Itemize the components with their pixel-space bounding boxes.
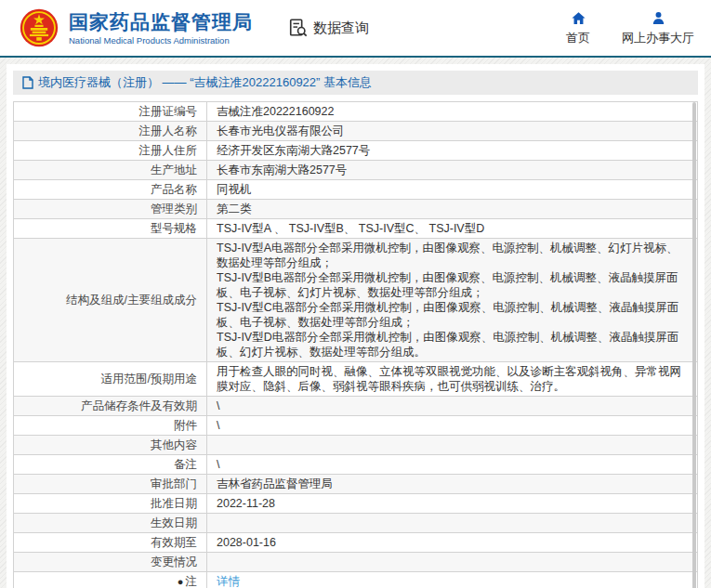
field-label: 型号规格 — [14, 219, 207, 239]
field-label: 批准日期 — [14, 494, 207, 514]
table-row: 生效日期 — [14, 514, 698, 533]
nav-home[interactable]: 首页 — [566, 10, 590, 46]
table-row: 备注\ — [14, 455, 698, 475]
table-row: 生产地址长春市东南湖大路2577号 — [14, 161, 698, 180]
table-row: 结构及组成/主要组成成分TSJ-IV型A电器部分全部采用微机控制，由图像观察、电… — [14, 239, 698, 362]
field-value: 用于检查人眼的同时视、融像、立体视等双眼视觉功能、以及诊断主客观斜视角、异常视网… — [207, 362, 698, 397]
field-value: 2028-01-16 — [207, 533, 698, 553]
field-label: 产品储存条件及有效期 — [14, 397, 207, 416]
field-label: 注册人名称 — [14, 122, 207, 141]
field-value: TSJ-IV型A 、 TSJ-IV型B、 TSJ-IV型C、 TSJ-IV型D — [207, 219, 698, 239]
table-row: 变更情况 — [14, 553, 698, 572]
field-value: 同视机 — [207, 180, 698, 200]
field-value: 2022-11-28 — [207, 494, 698, 514]
nav-online-hall[interactable]: 网上办事大厅 — [622, 10, 694, 46]
field-value: TSJ-IV型A电器部分全部采用微机控制，由图像观察、电源控制、机械调整、幻灯片… — [207, 239, 698, 362]
field-value: \ — [207, 397, 698, 416]
content-panel: 境内医疗器械（注册） —— “吉械注准20222160922” 基本信息 注册证… — [7, 64, 704, 588]
nav-online-hall-label: 网上办事大厅 — [622, 30, 694, 46]
brand-text: 国家药品监督管理局 National Medical Products Admi… — [69, 11, 253, 46]
table-row: 其他内容 — [14, 436, 698, 455]
table-row: 型号规格TSJ-IV型A 、 TSJ-IV型B、 TSJ-IV型C、 TSJ-I… — [14, 219, 698, 239]
breadcrumb-text: 境内医疗器械（注册） —— “吉械注准20222160922” 基本信息 — [38, 74, 372, 91]
person-icon — [651, 10, 666, 26]
table-row: 管理类别第二类 — [14, 200, 698, 219]
field-label: 其他内容 — [14, 436, 207, 455]
field-value — [207, 514, 698, 533]
field-label: 备注 — [14, 455, 207, 475]
home-icon — [571, 10, 586, 26]
field-value: 经济开发区东南湖大路2577号 — [207, 141, 698, 161]
document-search-icon — [288, 18, 309, 38]
field-label: 结构及组成/主要组成成分 — [14, 239, 207, 362]
field-value — [207, 436, 698, 455]
field-label: 注册人住所 — [14, 141, 207, 161]
note-bullet-icon: ● — [178, 576, 184, 587]
field-label: 审批部门 — [14, 475, 207, 494]
table-row: 产品名称同视机 — [14, 180, 698, 200]
field-value — [207, 553, 698, 572]
field-value: 详情 — [207, 572, 698, 588]
data-query-link[interactable]: 数据查询 — [288, 18, 369, 38]
table-wrap: 注册证编号吉械注准20222160922注册人名称长春市光电仪器有限公司注册人住… — [13, 101, 698, 588]
nav-home-label: 首页 — [566, 30, 590, 46]
field-label: 附件 — [14, 416, 207, 436]
agency-subtitle: National Medical Products Administration — [69, 35, 253, 46]
table-row: 批准日期2022-11-28 — [14, 494, 698, 514]
top-nav: 首页 网上办事大厅 — [566, 10, 694, 46]
registration-info-table: 注册证编号吉械注准20222160922注册人名称长春市光电仪器有限公司注册人住… — [13, 101, 698, 588]
field-value: 吉械注准20222160922 — [207, 102, 698, 122]
field-label: 生效日期 — [14, 514, 207, 533]
table-row: 有效期至2028-01-16 — [14, 533, 698, 553]
field-value: 第二类 — [207, 200, 698, 219]
table-row: 注册证编号吉械注准20222160922 — [14, 102, 698, 122]
table-row: 注册人住所经济开发区东南湖大路2577号 — [14, 141, 698, 161]
field-value: 吉林省药品监督管理局 — [207, 475, 698, 494]
agency-title: 国家药品监督管理局 — [69, 11, 253, 33]
breadcrumb: 境内医疗器械（注册） —— “吉械注准20222160922” 基本信息 — [13, 71, 698, 95]
field-label: 生产地址 — [14, 161, 207, 180]
header: 国家药品监督管理局 National Medical Products Admi… — [0, 0, 711, 58]
vertical-scrollbar[interactable] — [692, 102, 696, 588]
field-value: \ — [207, 416, 698, 436]
table-row: 注册人名称长春市光电仪器有限公司 — [14, 122, 698, 141]
national-emblem-icon — [19, 7, 59, 48]
field-value: 长春市光电仪器有限公司 — [207, 122, 698, 141]
nmpa-logo-home-link[interactable]: 国家药品监督管理局 National Medical Products Admi… — [19, 7, 253, 48]
table-row: 附件\ — [14, 416, 698, 436]
field-label: 管理类别 — [14, 200, 207, 219]
detail-link[interactable]: 详情 — [217, 575, 240, 588]
field-label: 适用范围/预期用途 — [14, 362, 207, 397]
table-row: 产品储存条件及有效期\ — [14, 397, 698, 416]
table-row: 适用范围/预期用途用于检查人眼的同时视、融像、立体视等双眼视觉功能、以及诊断主客… — [14, 362, 698, 397]
field-value: \ — [207, 455, 698, 475]
table-row: 审批部门吉林省药品监督管理局 — [14, 475, 698, 494]
table-row: ●注详情 — [14, 572, 698, 588]
field-label: 有效期至 — [14, 533, 207, 553]
field-label: 变更情况 — [14, 553, 207, 572]
field-label: ●注 — [14, 572, 207, 588]
data-query-label: 数据查询 — [313, 20, 369, 37]
field-value: 长春市东南湖大路2577号 — [207, 161, 698, 180]
page-icon — [22, 76, 33, 89]
field-label: 产品名称 — [14, 180, 207, 200]
field-label: 注册证编号 — [14, 102, 207, 122]
